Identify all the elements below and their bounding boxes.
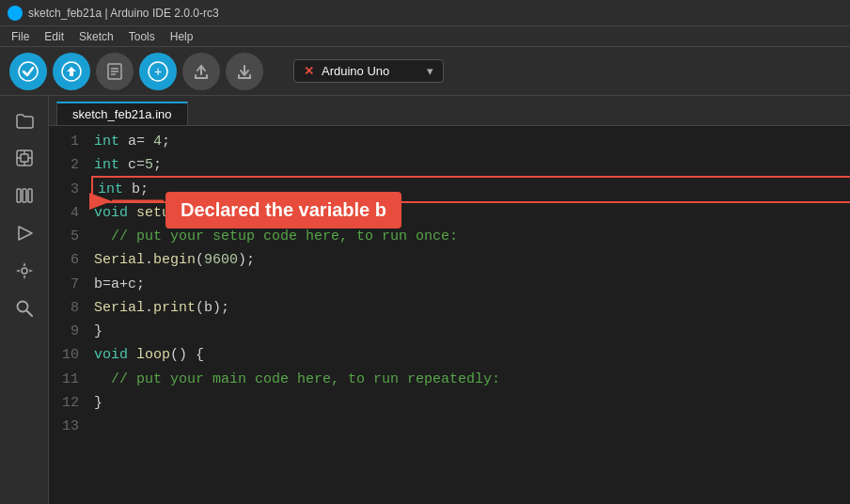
line-number-4: 4 [49,202,94,224]
line-content-8: Serial.print(b); [94,297,850,319]
board-selector[interactable]: ✕ Arduino Uno ▾ [293,59,444,83]
window-title: sketch_feb21a | Arduino IDE 2.0.0-rc3 [28,7,219,20]
menubar: File Edit Sketch Tools Help [0,26,850,47]
new-button[interactable] [96,53,134,90]
menu-edit[interactable]: Edit [37,26,71,46]
svg-point-1 [19,62,38,81]
chevron-down-icon: ▾ [427,64,433,78]
svg-point-0 [10,8,20,18]
open-button[interactable]: + [139,53,177,90]
toolbar: + ✕ Arduino Uno ▾ [0,47,850,96]
menu-sketch[interactable]: Sketch [71,26,121,46]
code-line-13: 13 [49,415,850,438]
line-content-4: void setup() { [94,202,850,224]
code-line-5: 5 // put your setup code here, to run on… [49,225,850,248]
code-line-3: 3 int b; [49,178,850,201]
code-line-12: 12 } [49,391,850,415]
download-button[interactable] [226,53,263,90]
main-content: sketch_feb21a.ino 1 int a= 4; 2 int c=5;… [0,96,850,504]
svg-rect-10 [21,154,28,162]
svg-rect-15 [17,189,21,202]
sidebar-item-settings[interactable] [8,254,41,288]
save-button[interactable] [182,53,220,90]
line-number-10: 10 [49,344,94,366]
app-icon [8,6,23,21]
svg-rect-17 [28,189,32,202]
code-line-4: 4 void setup() { [49,201,850,225]
line-number-5: 5 [49,226,94,247]
line-content-6: Serial.begin(9600); [94,249,850,271]
sidebar [0,96,49,504]
sidebar-item-library[interactable] [8,179,41,213]
line-content-1: int a= 4; [94,131,850,152]
line-content-11: // put your main code here, to run repea… [94,369,850,390]
line-number-3: 3 [49,179,94,200]
board-error-icon: ✕ [304,64,314,78]
code-line-1: 1 int a= 4; [49,130,850,153]
svg-point-19 [22,268,27,274]
line-number-9: 9 [49,321,94,342]
line-number-1: 1 [49,131,94,152]
code-line-8: 8 Serial.print(b); [49,296,850,320]
line-content-12: } [94,392,850,414]
code-line-9: 9 } [49,320,850,343]
sidebar-item-search[interactable] [8,291,41,325]
code-line-11: 11 // put your main code here, to run re… [49,368,850,391]
line-number-2: 2 [49,154,94,176]
code-line-6: 6 Serial.begin(9600); [49,248,850,272]
editor-area: sketch_feb21a.ino 1 int a= 4; 2 int c=5;… [49,96,850,504]
menu-help[interactable]: Help [163,26,201,46]
menu-file[interactable]: File [4,26,37,46]
line-number-13: 13 [49,416,94,437]
svg-line-21 [26,311,32,317]
sidebar-item-circuit[interactable] [8,141,41,175]
sidebar-item-folder[interactable] [8,103,41,137]
board-name: Arduino Uno [322,64,389,78]
upload-button[interactable] [53,53,90,90]
line-number-11: 11 [49,369,94,390]
line-number-6: 6 [49,249,94,271]
svg-text:+: + [154,64,162,79]
code-lines: 1 int a= 4; 2 int c=5; 3 int b; 4 void s… [49,130,850,438]
file-tabs: sketch_feb21a.ino [49,96,850,126]
line-content-9: } [94,321,850,342]
code-line-2: 2 int c=5; [49,153,850,177]
menu-tools[interactable]: Tools [121,26,163,46]
line-number-12: 12 [49,392,94,414]
line-content-10: void loop() { [94,344,850,366]
line-content-5: // put your setup code here, to run once… [94,226,850,247]
line-content-3: int b; [94,179,850,200]
line-content-7: b=a+c; [94,274,850,295]
verify-button[interactable] [9,53,47,90]
file-tab-sketch[interactable]: sketch_feb21a.ino [56,102,188,125]
titlebar: sketch_feb21a | Arduino IDE 2.0.0-rc3 [0,0,850,26]
code-line-10: 10 void loop() { [49,343,850,367]
svg-rect-16 [23,189,26,202]
line-content-2: int c=5; [94,154,850,176]
sidebar-item-debug[interactable] [8,216,41,250]
line-number-7: 7 [49,274,94,295]
code-line-7: 7 b=a+c; [49,273,850,296]
line-number-8: 8 [49,297,94,319]
svg-marker-18 [19,227,32,240]
code-editor[interactable]: 1 int a= 4; 2 int c=5; 3 int b; 4 void s… [49,126,850,504]
